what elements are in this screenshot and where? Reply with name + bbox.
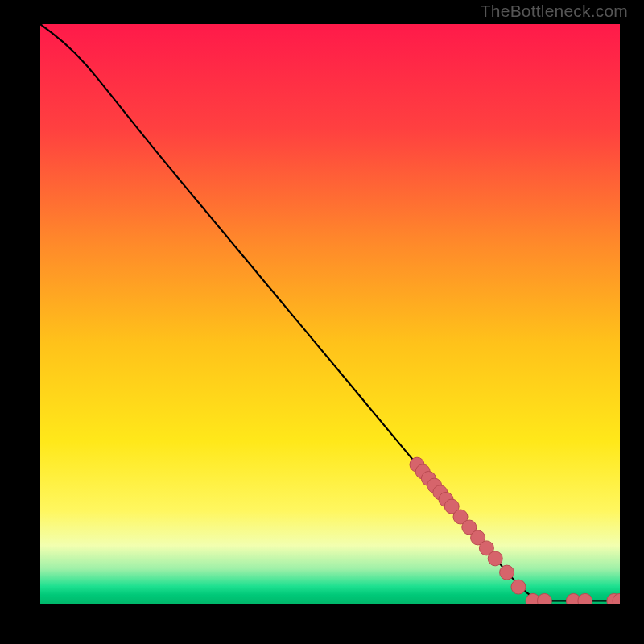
chart-background-gradient [40, 24, 620, 604]
attribution-text: TheBottleneck.com [481, 2, 628, 21]
chart-marker [500, 565, 514, 580]
chart-marker [578, 593, 592, 604]
chart-marker [537, 593, 551, 604]
chart-plot-area [40, 24, 620, 604]
chart-marker [488, 551, 502, 566]
chart-marker [511, 580, 526, 594]
chart-svg [40, 24, 620, 604]
